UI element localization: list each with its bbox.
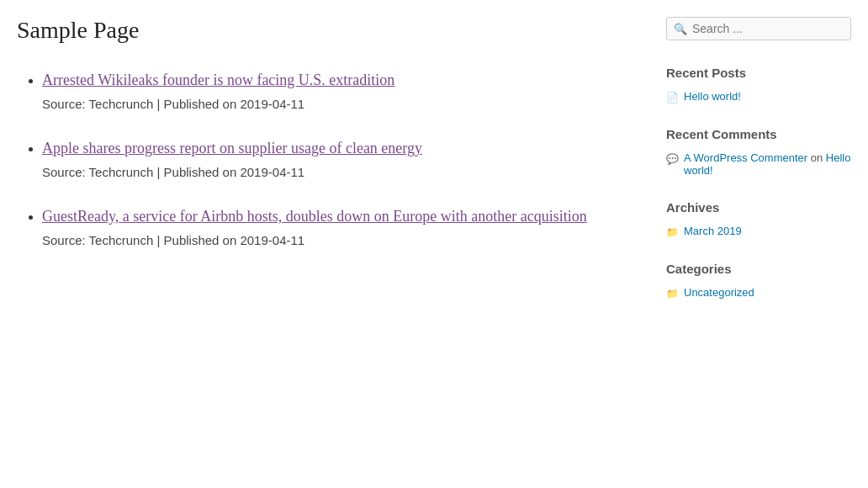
post-meta-2: Source: Techcrunch | Published on 2019-0…: [42, 165, 304, 179]
recent-posts-title: Recent Posts: [666, 66, 851, 80]
comment-author-link[interactable]: A WordPress Commenter: [684, 151, 807, 164]
archive-link[interactable]: March 2019: [684, 225, 742, 237]
recent-comments-title: Recent Comments: [666, 127, 851, 141]
category-item: 📁 Uncategorized: [666, 286, 851, 300]
sidebar: 🔍 Recent Posts 📄 Hello world! Recent Com…: [666, 17, 851, 323]
comment-on-text: on: [807, 151, 826, 164]
page-icon: 📄: [666, 92, 679, 103]
page-title: Sample Page: [17, 17, 632, 44]
archives-title: Archives: [666, 200, 851, 215]
search-icon: 🔍: [674, 23, 687, 35]
post-link-3[interactable]: GuestReady, a service for Airbnb hosts, …: [42, 205, 632, 228]
folder-icon-2: 📁: [666, 288, 679, 300]
archive-item: 📁 March 2019: [666, 225, 851, 238]
main-content: Sample Page Arrested Wikileaks founder i…: [17, 17, 666, 323]
comment-icon: 💬: [666, 153, 679, 165]
categories-section: Categories 📁 Uncategorized: [666, 262, 851, 300]
post-meta-1: Source: Techcrunch | Published on 2019-0…: [42, 97, 304, 111]
posts-list: Arrested Wikileaks founder is now facing…: [17, 69, 632, 248]
search-box[interactable]: 🔍: [666, 17, 851, 40]
recent-post-item: 📄 Hello world!: [666, 90, 851, 103]
folder-icon: 📁: [666, 226, 679, 238]
recent-posts-section: Recent Posts 📄 Hello world!: [666, 66, 851, 103]
list-item: Apple shares progress report on supplier…: [42, 137, 632, 180]
post-link-2[interactable]: Apple shares progress report on supplier…: [42, 137, 632, 160]
recent-comment-item: 💬 A WordPress Commenter on Hello world!: [666, 151, 851, 177]
list-item: GuestReady, a service for Airbnb hosts, …: [42, 205, 632, 248]
recent-comments-section: Recent Comments 💬 A WordPress Commenter …: [666, 127, 851, 177]
archives-section: Archives 📁 March 2019: [666, 200, 851, 238]
post-link-1[interactable]: Arrested Wikileaks founder is now facing…: [42, 69, 632, 92]
category-link[interactable]: Uncategorized: [684, 286, 754, 299]
post-meta-3: Source: Techcrunch | Published on 2019-0…: [42, 233, 304, 247]
comment-text: A WordPress Commenter on Hello world!: [684, 151, 851, 177]
search-input[interactable]: [692, 22, 844, 35]
list-item: Arrested Wikileaks founder is now facing…: [42, 69, 632, 112]
categories-title: Categories: [666, 262, 851, 276]
recent-post-link[interactable]: Hello world!: [684, 90, 741, 103]
